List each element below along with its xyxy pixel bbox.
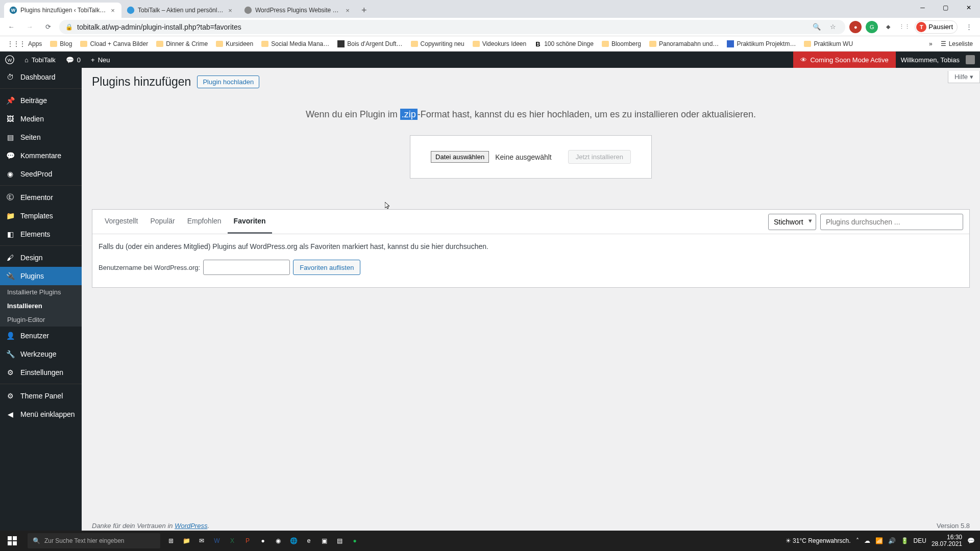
- close-icon[interactable]: ×: [109, 7, 116, 14]
- bookmark-item[interactable]: Praktikum Projektm…: [724, 38, 799, 49]
- tray-chevron-icon[interactable]: ˄: [856, 537, 859, 544]
- browser-tab-2[interactable]: WordPress Plugins Website Tem ×: [239, 3, 356, 18]
- explorer-icon[interactable]: 📁: [179, 533, 194, 548]
- list-favorites-button[interactable]: Favoriten auflisten: [293, 260, 360, 275]
- sidebar-item-plugins[interactable]: 🔌Plugins: [0, 267, 82, 285]
- sidebar-collapse-button[interactable]: ◀Menü einklappen: [0, 405, 82, 423]
- sidebar-item-settings[interactable]: ⚙Einstellungen: [0, 363, 82, 382]
- upload-plugin-button[interactable]: Plugin hochladen: [197, 76, 259, 88]
- app-icon[interactable]: ▣: [316, 533, 332, 548]
- volume-icon[interactable]: 🔊: [888, 537, 896, 544]
- new-tab-button[interactable]: +: [356, 3, 372, 18]
- close-window-button[interactable]: ✕: [957, 0, 980, 15]
- tab-featured[interactable]: Vorgestellt: [99, 210, 144, 234]
- spotify-icon[interactable]: ●: [347, 533, 362, 548]
- search-type-select[interactable]: Stichwort: [768, 214, 816, 230]
- extensions-button[interactable]: ⋮⋮: [898, 21, 911, 33]
- zoom-icon[interactable]: 🔍: [811, 21, 823, 33]
- install-now-button[interactable]: Jetzt installieren: [568, 150, 631, 164]
- chrome-icon[interactable]: 🌐: [286, 533, 301, 548]
- app-icon[interactable]: ▤: [332, 533, 347, 548]
- taskbar-clock[interactable]: 16:30 28.07.2021: [932, 534, 962, 547]
- username-input[interactable]: [203, 260, 290, 275]
- tab-favorites[interactable]: Favoriten: [228, 210, 272, 234]
- app-icon[interactable]: ●: [255, 533, 271, 548]
- tab-recommended[interactable]: Empfohlen: [181, 210, 228, 234]
- wifi-icon[interactable]: 📶: [875, 537, 883, 544]
- start-button[interactable]: [0, 531, 24, 551]
- language-indicator[interactable]: DEU: [914, 537, 926, 544]
- close-icon[interactable]: ×: [344, 7, 351, 14]
- reading-list-button[interactable]: ☰Leseliste: [938, 38, 976, 49]
- sidebar-item-tools[interactable]: 🔧Werkzeuge: [0, 345, 82, 363]
- battery-icon[interactable]: 🔋: [901, 537, 909, 544]
- edge-icon[interactable]: e: [301, 533, 316, 548]
- mail-icon[interactable]: ✉: [194, 533, 209, 548]
- extension-icon[interactable]: ◆: [882, 21, 894, 33]
- site-link[interactable]: ⌂TobiTalk: [19, 52, 61, 68]
- extension-icon[interactable]: ●: [849, 21, 862, 33]
- sidebar-item-posts[interactable]: 📌Beiträge: [0, 91, 82, 110]
- bookmark-item[interactable]: Blog: [47, 38, 75, 49]
- obs-icon[interactable]: ◉: [271, 533, 286, 548]
- sidebar-item-design[interactable]: 🖌Design: [0, 248, 82, 267]
- bookmark-item[interactable]: Bloomberg: [599, 38, 644, 49]
- powerpoint-icon[interactable]: P: [240, 533, 255, 548]
- wp-logo-button[interactable]: W: [0, 52, 19, 68]
- bookmark-item[interactable]: Social Media Mana…: [258, 38, 332, 49]
- excel-icon[interactable]: X: [225, 533, 240, 548]
- choose-file-button[interactable]: Datei auswählen: [431, 151, 489, 163]
- help-tab[interactable]: Hilfe▾: [948, 71, 980, 83]
- address-bar[interactable]: 🔒 tobitalk.at/wp-admin/plugin-install.ph…: [59, 20, 845, 34]
- sidebar-item-theme-panel[interactable]: ⚙Theme Panel: [0, 387, 82, 405]
- close-icon[interactable]: ×: [227, 7, 234, 14]
- bookmark-item[interactable]: Kursideen: [213, 38, 256, 49]
- comments-link[interactable]: 💬0: [61, 52, 86, 68]
- sidebar-item-comments[interactable]: 💬Kommentare: [0, 146, 82, 165]
- bookmark-item[interactable]: Videokurs Ideen: [470, 38, 530, 49]
- browser-tab-1[interactable]: TobiTalk – Aktien und persönlich ×: [121, 3, 239, 18]
- star-icon[interactable]: ☆: [827, 21, 839, 33]
- forward-button[interactable]: →: [22, 20, 37, 34]
- sidebar-item-elementor[interactable]: ⒺElementor: [0, 188, 82, 207]
- sidebar-item-media[interactable]: 🖼Medien: [0, 110, 82, 128]
- user-account-link[interactable]: Willkommen, Tobias: [896, 52, 980, 68]
- sidebar-item-templates[interactable]: 📁Templates: [0, 207, 82, 225]
- bookmark-item[interactable]: Praktikum WU: [801, 38, 856, 49]
- sidebar-item-dashboard[interactable]: ⏱Dashboard: [0, 68, 82, 86]
- reload-button[interactable]: ⟳: [41, 20, 55, 34]
- extension-icon[interactable]: G: [866, 21, 878, 33]
- wordpress-link[interactable]: WordPress: [175, 522, 207, 530]
- new-content-button[interactable]: +Neu: [86, 52, 115, 68]
- bookmark-item[interactable]: Bois d'Argent Duft…: [334, 38, 405, 49]
- onedrive-icon[interactable]: ☁: [864, 537, 870, 544]
- tab-popular[interactable]: Populär: [144, 210, 181, 234]
- sidebar-sub-installed[interactable]: Installierte Plugins: [0, 285, 82, 299]
- minimize-button[interactable]: ─: [911, 0, 934, 15]
- bookmark-item[interactable]: Copywriting neu: [408, 38, 468, 49]
- weather-widget[interactable]: ☀ 31°C Regenwahrsch.: [786, 537, 851, 544]
- sidebar-sub-install[interactable]: Installieren: [0, 299, 82, 313]
- sidebar-item-seedprod[interactable]: ◉SeedProd: [0, 165, 82, 183]
- bookmark-item[interactable]: Cload + Canva Bilder: [77, 38, 151, 49]
- sidebar-item-elements[interactable]: ◧Elements: [0, 225, 82, 243]
- taskbar-search[interactable]: 🔍Zur Suche Text hier eingeben: [28, 533, 160, 548]
- apps-button[interactable]: ⋮⋮⋮Apps: [4, 38, 45, 49]
- back-button[interactable]: ←: [4, 20, 18, 34]
- sidebar-sub-editor[interactable]: Plugin-Editor: [0, 313, 82, 327]
- bookmark-item[interactable]: B100 schöne Dinge: [531, 38, 597, 49]
- sidebar-item-users[interactable]: 👤Benutzer: [0, 327, 82, 345]
- sidebar-item-pages[interactable]: ▤Seiten: [0, 128, 82, 146]
- word-icon[interactable]: W: [209, 533, 225, 548]
- profile-chip[interactable]: T Pausiert: [915, 20, 958, 34]
- bookmark-item[interactable]: Panoramabahn und…: [646, 38, 722, 49]
- notifications-icon[interactable]: 💬: [967, 537, 975, 544]
- browser-tab-0[interactable]: W Plugins hinzufügen ‹ TobiTalk — ×: [4, 3, 121, 18]
- menu-button[interactable]: ⋮: [962, 20, 976, 34]
- bookmark-overflow[interactable]: »: [926, 38, 936, 49]
- task-view-button[interactable]: ⊞: [163, 533, 179, 548]
- maximize-button[interactable]: ▢: [934, 0, 957, 15]
- coming-soon-badge[interactable]: 👁Coming Soon Mode Active: [793, 52, 895, 68]
- bookmark-item[interactable]: Dinner & Crime: [153, 38, 211, 49]
- plugin-search-input[interactable]: [820, 214, 963, 230]
